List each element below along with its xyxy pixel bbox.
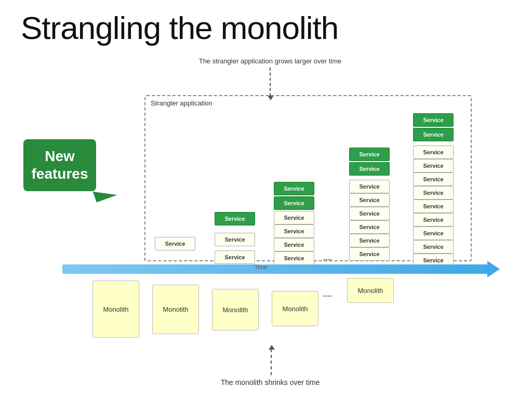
service-box: Service (215, 212, 255, 225)
monolith-box: Monolith (347, 278, 394, 303)
time-arrow-container (62, 262, 488, 276)
subtitle-text: The strangler application grows larger o… (199, 57, 342, 65)
service-box: Service (274, 224, 314, 238)
time-label: Time (255, 264, 267, 270)
monolith-box: Monolith (212, 289, 259, 330)
monolith-box: Monolith (152, 285, 199, 334)
service-box: Service (349, 162, 390, 176)
service-box: Service (413, 213, 454, 227)
time-arrow-line (62, 264, 488, 274)
service-box: Service (349, 247, 390, 261)
strangler-label: Strangler application (151, 99, 212, 107)
new-features-label: Newfeatures (32, 148, 88, 182)
service-box: Service (413, 172, 454, 186)
bottom-label: The monolith shrinks over time (182, 378, 358, 387)
monolith-box: Monolith (92, 281, 139, 338)
dots-separator-1: .... (323, 253, 332, 262)
service-box: Service (349, 207, 390, 220)
service-box: Service (349, 220, 390, 234)
service-box: Service (413, 227, 454, 240)
service-box: Service (215, 233, 255, 246)
service-box: Service (349, 148, 390, 161)
service-box: Service (413, 240, 454, 254)
service-box: Service (274, 196, 314, 210)
service-box: Service (349, 180, 390, 193)
service-box: Service (413, 186, 454, 200)
service-box: Service (413, 145, 454, 159)
service-box: Service (413, 128, 454, 141)
bottom-arrow (271, 349, 272, 375)
bottom-arrow-container (271, 349, 272, 375)
service-box: Service (413, 113, 454, 127)
service-box: Service (349, 193, 390, 207)
service-box: Service (413, 159, 454, 172)
service-box: Service (155, 237, 195, 250)
subtitle-area: The strangler application grows larger o… (192, 56, 348, 96)
new-features-bubble: Newfeatures (23, 139, 96, 191)
page-title: Strangling the monolith (21, 9, 338, 46)
service-box: Service (274, 182, 314, 195)
service-box: Service (274, 211, 314, 224)
service-box: Service (274, 238, 314, 251)
dots-separator-2: .... (323, 289, 332, 298)
monolith-box: Monolith (272, 291, 318, 326)
subtitle-arrow (270, 68, 271, 96)
service-box: Service (349, 234, 390, 247)
service-box: Service (413, 200, 454, 213)
